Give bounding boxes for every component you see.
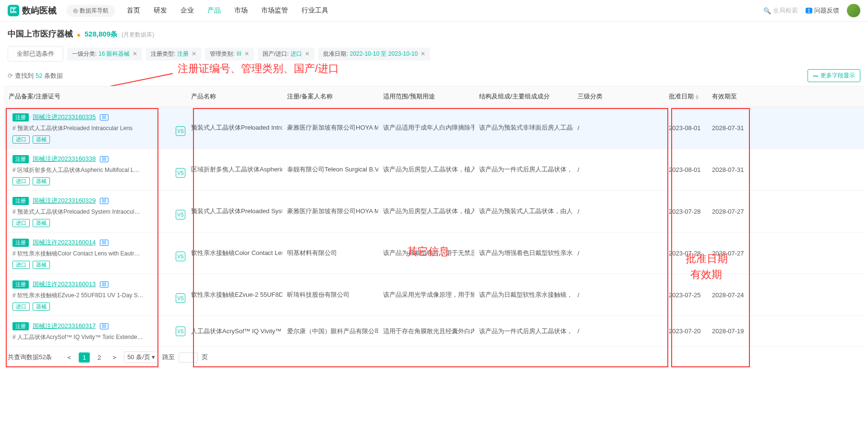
logo[interactable]: 匞 数屿医械 (8, 5, 57, 16)
compare-icon[interactable]: VS (176, 252, 185, 261)
col-expire[interactable]: 有效期至 (707, 86, 750, 107)
close-icon[interactable]: ✕ (244, 50, 249, 57)
cell-scope: 该产品为后房型人工晶状体，植入… (378, 149, 474, 190)
cell-expire: 2028-07-24 (707, 274, 750, 315)
diamond-icon: ◆ (77, 32, 81, 37)
cell-applicant: 豪雅医疗新加坡有限公司HOYA Med… (282, 191, 378, 232)
funnel-icon: ⟳ (8, 72, 13, 79)
compare-icon[interactable]: VS (176, 168, 185, 178)
table-row[interactable]: 注册国械注进20233160338III# 区域折射多焦人工晶状体Aspheri… (4, 149, 864, 191)
col-approve[interactable]: 批准日期▲▼ (664, 86, 707, 107)
tag-row: 进口器械 (12, 303, 50, 311)
result-num: 52 (36, 72, 42, 79)
badge-class-iii: III (100, 114, 108, 121)
col-regno[interactable]: 产品备案/注册证号 (4, 86, 186, 107)
more-fields-label: 更多字段显示 (820, 72, 855, 80)
table-row[interactable]: 注册国械注进20233160329III# 预装式人工晶状体Preloaded … (4, 191, 864, 232)
result-bar: ⟳ 查找到 52 条数据 ≔ 更多字段显示 (0, 67, 868, 86)
filter-tag-origin: 国产/进口:进口✕ (258, 48, 315, 61)
nav-home[interactable]: 首页 (127, 6, 140, 15)
close-icon[interactable]: ✕ (192, 50, 196, 57)
filter-val: 16 眼科器械 (98, 50, 130, 58)
app-header: 匞 数屿医械 ◎ 数据库导航 首页 研发 企业 产品 市场 市场监管 行业工具 … (0, 0, 868, 22)
tag-row: 进口器械 (12, 219, 50, 227)
tag-device: 器械 (33, 177, 50, 185)
pager-next[interactable]: > (109, 352, 121, 363)
feedback-button[interactable]: 1 问题反馈 (806, 6, 839, 15)
close-icon[interactable]: ✕ (421, 50, 425, 57)
table-body: 注册国械注进20233160335III# 预装式人工晶状体Preloaded … (4, 107, 864, 347)
cell-regno: 注册国械注许20233160013III# 软性亲水接触镜EZvue-2 55U… (4, 274, 186, 315)
filter-tag-category: 一级分类:16 眼科器械✕ (67, 48, 142, 61)
regno-link[interactable]: 国械注进20233160338 (33, 155, 96, 163)
nav-rd[interactable]: 研发 (154, 6, 167, 15)
badge-class-iii: III (100, 240, 108, 246)
more-fields-button[interactable]: ≔ 更多字段显示 (808, 69, 860, 82)
nav-enterprise[interactable]: 企业 (181, 6, 194, 15)
table-row[interactable]: 注册国械注进20233160317III# 人工晶状体AcrySof™ IQ V… (4, 316, 864, 347)
cell-scope: 适用于存在角膜散光且经囊外白内… (378, 316, 474, 346)
cell-applicant: 泰靓有限公司Teleon Surgical B.V (282, 149, 378, 190)
db-nav-label: 数据库导航 (80, 7, 108, 15)
pager-page-2[interactable]: 2 (94, 352, 105, 363)
cell-name: 预装式人工晶状体Preloaded Syste… (186, 191, 282, 232)
pager-page-1[interactable]: 1 (79, 352, 90, 363)
col-struct[interactable]: 结构及组成/主要组成成分 (474, 86, 573, 107)
close-icon[interactable]: ✕ (133, 50, 137, 57)
pager-jump-input[interactable] (179, 352, 198, 363)
col-applicant[interactable]: 注册/备案人名称 (282, 86, 378, 107)
pager-prev[interactable]: < (63, 352, 75, 363)
tag-import: 进口 (12, 219, 30, 227)
cell-scope: 该产品为日戴型镜片，用于无禁忌… (378, 232, 474, 274)
filter-key: 一级分类: (72, 50, 96, 58)
compare-icon[interactable]: VS (176, 126, 185, 136)
cell-applicant: 明基材料有限公司 (282, 232, 378, 274)
global-search[interactable]: 🔍 全局检索 (763, 6, 798, 15)
tag-import: 进口 (12, 135, 30, 144)
regno-link[interactable]: 国械注许20233160014 (33, 238, 96, 247)
cell-approve: 2023-07-20 (664, 316, 707, 346)
table-row[interactable]: 注册国械注许20233160014III# 软性亲水接触镜Color Conta… (4, 232, 864, 274)
regno-link[interactable]: 国械注进20233160329 (33, 196, 96, 205)
avatar[interactable] (847, 4, 860, 17)
data-table: 产品备案/注册证号 产品名称 注册/备案人名称 适用范围/预期用途 结构及组成/… (4, 86, 864, 347)
compare-icon[interactable]: VS (176, 293, 185, 303)
feedback-label: 问题反馈 (814, 6, 839, 15)
pager-pagesize[interactable]: 50 条/页 ▾ (124, 351, 158, 363)
cell-name: 人工晶状体AcrySof™ IQ Vivity™ Tori… (186, 316, 282, 346)
filter-val: 2022-10-10 至 2023-10-10 (350, 50, 418, 58)
compare-icon[interactable]: VS (176, 210, 185, 219)
table-row[interactable]: 注册国械注进20233160335III# 预装式人工晶状体Preloaded … (4, 107, 864, 149)
badge-class-iii: III (100, 281, 108, 288)
badge-class-iii: III (100, 156, 108, 162)
filter-key: 管理类别: (210, 50, 234, 58)
tag-import: 进口 (12, 303, 30, 311)
regno-link[interactable]: 国械注进20233160335 (33, 113, 96, 121)
col-name[interactable]: 产品名称 (186, 86, 282, 107)
nav-tools[interactable]: 行业工具 (301, 6, 328, 15)
tag-import: 进口 (12, 261, 30, 269)
filter-tag-date: 批准日期:2022-10-10 至 2023-10-10✕ (318, 48, 430, 61)
cell-struct: 该产品为预装式人工晶状体，由人… (474, 191, 573, 232)
pager-page-suffix: 页 (202, 353, 208, 362)
nav-market[interactable]: 市场 (234, 6, 248, 15)
update-freq: (月更数据库) (121, 31, 154, 39)
col-scope[interactable]: 适用范围/预期用途 (378, 86, 474, 107)
table-row[interactable]: 注册国械注许20233160013III# 软性亲水接触镜EZvue-2 55U… (4, 274, 864, 316)
badge-register: 注册 (12, 155, 29, 163)
nav-supervision[interactable]: 市场监管 (261, 6, 288, 15)
columns-icon: ≔ (813, 73, 819, 79)
cell-l3: / (573, 316, 664, 346)
cell-regno: 注册国械注进20233160338III# 区域折射多焦人工晶状体Aspheri… (4, 149, 186, 190)
product-hash: # 软性亲水接触镜Color Contact Lens with Eautr… (12, 250, 140, 258)
compare-icon[interactable]: VS (176, 327, 185, 336)
regno-link[interactable]: 国械注进20233160317 (33, 322, 96, 330)
close-icon[interactable]: ✕ (305, 50, 310, 57)
regno-link[interactable]: 国械注许20233160013 (33, 280, 96, 289)
col-l3[interactable]: 三级分类 (573, 86, 664, 107)
cell-name: 软性亲水接触镜EZvue-2 55UF8D1 U… (186, 274, 282, 315)
filter-tag-regtype: 注册类型:注册✕ (146, 48, 201, 61)
tag-import: 进口 (12, 177, 30, 185)
db-nav-button[interactable]: ◎ 数据库导航 (66, 5, 115, 17)
nav-product[interactable]: 产品 (207, 6, 221, 15)
